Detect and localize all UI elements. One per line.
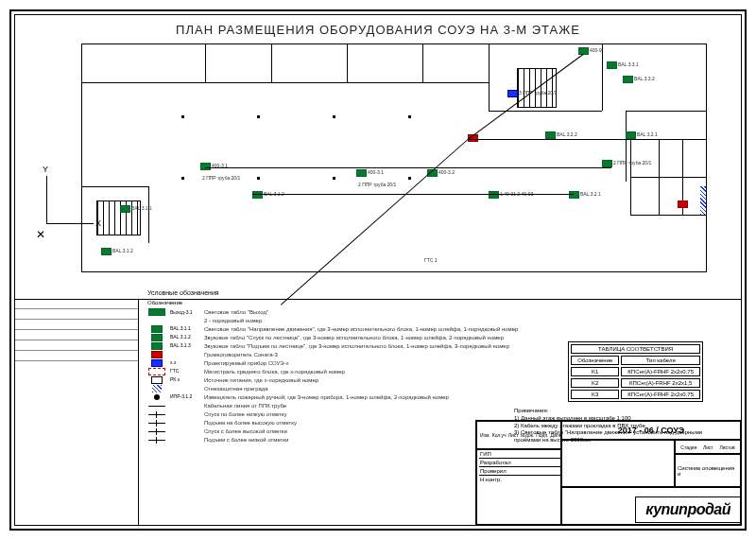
legend-text: Спуск с более высокой отметки [204,428,287,435]
device-label: 2 ППР труба 20/1 [202,175,240,181]
legend-row: ВАL.3.1.1Световое табло "Направление дви… [147,326,518,333]
legend-symbol-icon [147,377,166,384]
legend-row: Спуск по более низкую отметку [147,411,518,418]
drawing-frame: ПЛАН РАЗМЕЩЕНИЯ ОБОРУДОВАНИЯ СОУЭ НА 3-М… [14,14,742,526]
compliance-title: ТАБЛИЦА СООТВЕТСТВИЯ [571,344,700,354]
legend-row: Подъем с более низкой отметки [147,437,518,444]
plan-title: ПЛАН РАЗМЕЩЕНИЯ ОБОРУДОВАНИЯ СОУЭ НА 3-М… [15,23,741,37]
legend-header: Условные обозначения [147,289,518,297]
legend-text: Проектируемый прибор СОУЭ-х [204,360,289,367]
legend: Условные обозначения Обозначение Выход-3… [147,289,518,445]
drawing-sheet: ПЛАН РАЗМЕЩЕНИЯ ОБОРУДОВАНИЯ СОУЭ НА 3-М… [9,9,747,531]
legend-text: 2 - порядковый номер [204,318,262,324]
device-icon [602,160,612,167]
device-icon [623,76,633,83]
legend-row: ИПР-3.1.2Извещатель пожарный ручной, где… [147,394,518,401]
cable-line [470,139,630,140]
legend-text: Звуковое табло "Подъем по лестнице", где… [204,343,509,350]
table-row: K2КПСнг(А)-FRHF 2x2x1,5 [571,378,700,388]
axis-x-label: X [95,218,101,228]
legend-symbol-icon [147,369,166,375]
legend-text: Подъем на более высокую отметку [204,420,297,427]
device-label: ВАL.3.3.2 [634,76,655,81]
legend-code: ИПР-3.1.2 [170,394,204,400]
revision-column [15,299,138,525]
legend-code: х.х [170,360,204,366]
legend-text: Источник питания, где х-порядковый номер [204,377,318,384]
v-divider [138,299,139,525]
notes-header: Примечания: [514,408,703,415]
device-label: ГТС 1 [424,257,438,263]
legend-symbol-icon [147,343,166,350]
legend-symbol-icon [147,335,166,341]
legend-text: Подъем с более низкой отметки [204,437,288,444]
legend-code: ВАL.3.1.3 [170,343,204,349]
legend-symbol-icon [147,411,166,418]
legend-text: Извещатель пожарный ручной, где 3-номер … [204,394,449,401]
legend-row: ВАL.3.1.3Звуковое табло "Подъем по лестн… [147,343,518,350]
legend-text: Световое табло "Выход" [204,309,268,316]
device-label: 400-3.2 [438,169,455,175]
legend-row: Кабельная линия от ППК трубе [147,403,518,409]
device-icon [489,191,499,199]
device-icon [578,47,589,55]
legend-symbol-icon [147,420,166,427]
legend-row: 2 - порядковый номер [147,318,518,324]
fire-barrier-icon [700,186,706,215]
legend-row: х.хПроектируемый прибор СОУЭ-х [147,360,518,367]
device-label: 3 ППР труба 20/1 [519,90,557,96]
legend-text: Кабельная линия от ППК трубе [204,403,286,409]
legend-text: Спуск по более низкую отметку [204,411,286,418]
legend-row: Огнезащитная преграда [147,386,518,392]
device-icon [507,90,518,97]
legend-row: Подъем на более высокую отметку [147,420,518,427]
legend-text: Огнезащитная преграда [204,386,268,392]
system-name: Система оповещения и [675,454,741,487]
device-label: 400-3.1 [368,169,384,175]
legend-symbol-icon [147,428,166,435]
device-label: ВАL.3.2.1 [637,131,658,137]
floor-plan: 400-9ВАL.3.3.1ВАL.3.3.23 ППР труба 20/1В… [81,44,707,272]
device-icon [569,191,579,199]
device-icon [252,191,263,199]
device-icon [356,169,367,177]
device-label: ВАL.3.2.1 [580,191,601,197]
legend-col-label: Обозначение [147,300,518,306]
legend-row: Громкоговоритель Соната-3 [147,352,518,358]
cable-line [281,139,469,305]
legend-symbol-icon [147,386,166,392]
legend-symbol-icon [147,360,166,367]
device-label: ВАL.3.1.2 [112,248,133,253]
device-icon [545,131,556,139]
legend-code: ВАL.3.1.1 [170,326,204,332]
compliance-header: Тип кабеля [621,356,700,365]
device-icon [200,163,211,170]
legend-text: Магистраль средняго блока, где х-порядко… [204,369,345,375]
device-icon [120,205,130,213]
legend-row: Спуск с более высокой отметки [147,428,518,435]
legend-symbol-icon [147,352,166,358]
watermark: купипродай [635,496,741,523]
legend-text: Световое табло "Направление движения", г… [204,326,518,333]
legend-text: Звуковое табло "Спуск по лестнице", где … [204,335,504,341]
device-icon [626,131,636,139]
table-row: K3КПСнг(А)-FRHF 2x2x0,75 [571,390,700,399]
legend-code: Выход-3.1 [170,310,204,316]
device-label: ВАL.3.3.1 [618,61,639,67]
project-code: 2017 - 06 / СОУЭ [561,421,741,440]
cable-line [205,167,611,168]
device-label: ВАL.3.2.2 [557,131,577,137]
device-icon [607,61,617,69]
legend-symbol-icon [147,437,166,444]
legend-symbol-icon [147,394,166,401]
legend-code: ВАL.3.1.2 [170,335,204,340]
device-icon [101,248,112,255]
compliance-header: Обозначение [571,356,619,365]
legend-row: ВАL.3.1.2Звуковое табло "Спуск по лестни… [147,335,518,341]
legend-code: ГТС [170,369,204,375]
device-label: ВАL.3.1.1 [131,205,152,211]
device-label: 2 ППР труба 20/1 [358,182,396,187]
device-icon [678,200,688,208]
legend-row: ГТСМагистраль средняго блока, где х-поря… [147,369,518,375]
device-label: 400-9 [590,47,602,53]
